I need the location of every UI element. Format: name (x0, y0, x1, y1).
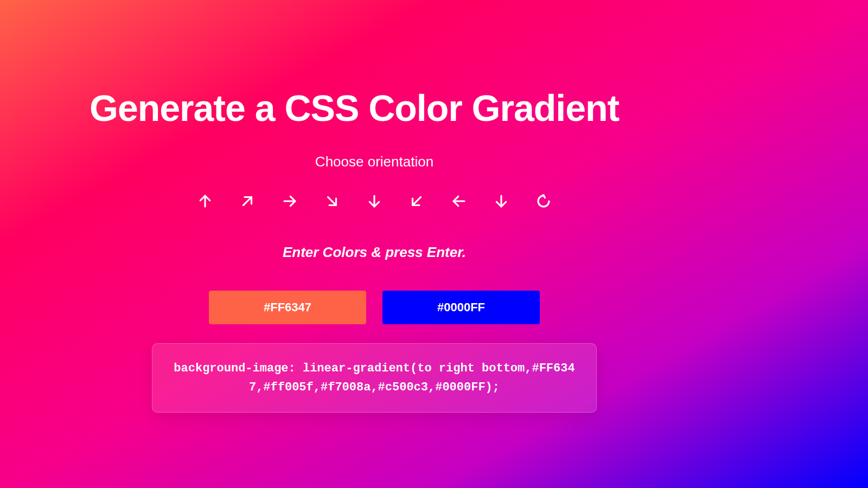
arrow-down-alt-icon (493, 193, 509, 211)
color-inputs-row (152, 291, 597, 324)
arrow-up-icon (197, 193, 213, 211)
arrow-down-left-icon (409, 193, 425, 211)
orientation-up-button[interactable] (195, 192, 215, 211)
main-container: Generate a CSS Color Gradient Choose ori… (90, 0, 659, 413)
color-2-input[interactable] (382, 291, 540, 324)
arrow-down-icon (366, 193, 382, 211)
arrow-left-icon (451, 193, 467, 211)
svg-line-5 (413, 197, 421, 205)
css-output-text: background-image: linear-gradient(to rig… (169, 359, 580, 397)
orientation-up-right-button[interactable] (238, 192, 257, 211)
arrow-right-icon (282, 193, 298, 211)
orientation-right-button[interactable] (280, 192, 299, 211)
color-1-input[interactable] (209, 291, 366, 324)
svg-line-3 (328, 197, 336, 205)
orientation-down-button[interactable] (365, 192, 384, 211)
orientation-down-alt-button[interactable] (492, 192, 511, 211)
orientation-down-right-button[interactable] (322, 192, 342, 211)
orientation-row (152, 192, 597, 211)
arrow-down-right-icon (324, 193, 340, 211)
orientation-left-button[interactable] (449, 192, 469, 211)
enter-colors-label: Enter Colors & press Enter. (152, 244, 597, 261)
svg-line-1 (244, 197, 252, 205)
orientation-label: Choose orientation (152, 153, 597, 170)
radial-icon (535, 193, 552, 211)
arrow-up-right-icon (239, 193, 256, 211)
orientation-radial-button[interactable] (534, 192, 553, 211)
page-title: Generate a CSS Color Gradient (90, 87, 659, 129)
css-output-box[interactable]: background-image: linear-gradient(to rig… (152, 343, 597, 413)
orientation-down-left-button[interactable] (407, 192, 426, 211)
